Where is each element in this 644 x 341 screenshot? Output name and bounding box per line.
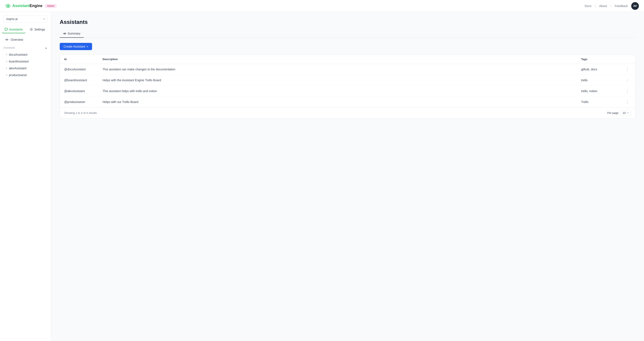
cell-tags-0: github, docs [577, 64, 620, 75]
assistants-table: Id Description Tags @docsAssistant This … [60, 55, 635, 107]
results-text: Showing 1 to 4 of 4 results [64, 111, 97, 115]
docsAssistant-label: docsAssistant [9, 53, 27, 56]
svg-point-1 [31, 29, 32, 30]
workspace-selector[interactable]: reqms.ai ▾ [4, 15, 48, 23]
gear-icon [30, 28, 33, 31]
sidebar-item-alexAssistant[interactable]: alexAssistant [0, 65, 51, 72]
table-row: @alexAssistant This assistant helps with… [60, 86, 635, 97]
row-actions-menu-3[interactable]: ⋮ [624, 99, 631, 105]
page-title: Assistants [60, 19, 636, 25]
sidebar-nav-assistants[interactable]: Assistants [2, 26, 26, 33]
boardAssistant-label: boardAssistant [9, 60, 29, 63]
cell-desc-1: Helps with the Assistant Engine Trello B… [98, 75, 577, 86]
cell-actions-2: ⋮ [620, 86, 635, 97]
user-avatar[interactable]: AV [631, 2, 639, 10]
sidebar-item-docsAssistant[interactable]: docsAssistant [0, 51, 51, 58]
sidebar: reqms.ai ▾ Assistants Settings [0, 12, 51, 341]
assistants-section-label: Assistants [4, 46, 15, 49]
overview-label: Overview [11, 38, 23, 41]
row-actions-menu-2[interactable]: ⋮ [624, 88, 631, 94]
logo-area: AssistantEngine Admin [5, 3, 57, 9]
per-page-chevron-icon: ▾ [627, 112, 629, 114]
app-layout: reqms.ai ▾ Assistants Settings [0, 12, 644, 341]
logo-assistant-text: Assistant [12, 4, 30, 8]
assistants-section-header: Assistants ▲ [0, 44, 51, 51]
chat-icon [4, 28, 8, 31]
svg-point-3 [64, 33, 65, 34]
cell-tags-3: Trello [577, 97, 620, 108]
dot-icon [6, 54, 7, 55]
separator-2: | [610, 4, 611, 8]
eye-tab-icon [63, 32, 66, 35]
admin-badge: Admin [44, 4, 57, 8]
cell-id-1: @boardAssistant [60, 75, 98, 86]
cell-tags-2: trello, notion [577, 86, 620, 97]
eye-icon [5, 38, 8, 41]
dot-icon [6, 61, 7, 62]
svg-point-2 [6, 39, 8, 40]
table-row: @productowner Helps with our Trello Boar… [60, 97, 635, 108]
productowner-label: productowner [9, 73, 27, 77]
tabs-bar: Summary [60, 30, 636, 38]
cell-desc-0: This assistant can make changes to the d… [98, 64, 577, 75]
feedback-link[interactable]: Feedback [615, 4, 628, 8]
sidebar-item-productowner[interactable]: productowner [0, 72, 51, 79]
col-header-id: Id [60, 55, 98, 64]
collapse-icon[interactable]: ▲ [44, 46, 48, 50]
plus-icon: + [86, 45, 88, 48]
cell-desc-3: Helps with our Trello Board [98, 97, 577, 108]
col-header-tags: Tags [577, 55, 620, 64]
tab-summary[interactable]: Summary [60, 30, 84, 38]
cell-tags-1: trello [577, 75, 620, 86]
topnav-right: Docs | About | Feedback AV [585, 2, 639, 10]
table-row: @docsAssistant This assistant can make c… [60, 64, 635, 75]
dot-icon [6, 74, 7, 76]
cell-actions-1: ⋮ [620, 75, 635, 86]
dot-icon [6, 68, 7, 69]
svg-point-0 [7, 5, 9, 7]
sidebar-nav-settings[interactable]: Settings [26, 26, 50, 33]
top-navigation: AssistantEngine Admin Docs | About | Fee… [0, 0, 644, 12]
workspace-name: reqms.ai [6, 17, 18, 21]
assistants-table-container: Id Description Tags @docsAssistant This … [60, 54, 636, 119]
chevron-down-icon: ▾ [44, 18, 45, 21]
table-row: @boardAssistant Helps with the Assistant… [60, 75, 635, 86]
sidebar-item-overview[interactable]: Overview [2, 36, 49, 44]
cell-id-2: @alexAssistant [60, 86, 98, 97]
assistants-nav-label: Assistants [9, 28, 23, 31]
table-footer: Showing 1 to 4 of 4 results Per page 10 … [60, 107, 635, 118]
row-actions-menu-0[interactable]: ⋮ [624, 66, 631, 72]
cell-actions-0: ⋮ [620, 64, 635, 75]
per-page-control: Per page 10 ▾ [607, 110, 631, 116]
cell-actions-3: ⋮ [620, 97, 635, 108]
logo-icon [5, 3, 11, 9]
row-actions-menu-1[interactable]: ⋮ [624, 77, 631, 83]
cell-desc-2: This assistant helps with trello and not… [98, 86, 577, 97]
create-assistant-label: Create Assistant [64, 45, 85, 48]
col-header-description: Description [98, 55, 577, 64]
per-page-value: 10 [623, 111, 626, 115]
per-page-select[interactable]: 10 ▾ [620, 110, 631, 116]
docs-link[interactable]: Docs [585, 4, 592, 8]
settings-nav-label: Settings [34, 28, 45, 31]
separator-1: | [595, 4, 596, 8]
cell-id-0: @docsAssistant [60, 64, 98, 75]
sidebar-nav: Assistants Settings [0, 26, 51, 33]
sidebar-item-boardAssistant[interactable]: boardAssistant [0, 58, 51, 65]
alexAssistant-label: alexAssistant [9, 67, 26, 70]
logo-engine-text: Engine [30, 4, 42, 8]
about-link[interactable]: About [599, 4, 607, 8]
col-header-actions [620, 55, 635, 64]
main-content: Assistants Summary Create Assistant + Id [51, 12, 644, 341]
tab-summary-label: Summary [68, 32, 80, 35]
logo: AssistantEngine [5, 3, 42, 9]
create-assistant-button[interactable]: Create Assistant + [60, 43, 92, 50]
cell-id-3: @productowner [60, 97, 98, 108]
per-page-label: Per page [607, 111, 619, 115]
